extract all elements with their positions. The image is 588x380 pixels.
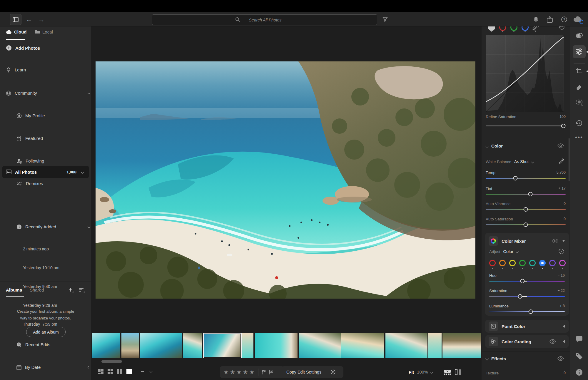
flag-reject-icon[interactable] — [269, 369, 274, 375]
slider-knob[interactable] — [513, 176, 517, 180]
back-button[interactable]: ← — [26, 16, 32, 24]
sidebar-toggle-button[interactable] — [10, 14, 21, 25]
chip-green[interactable] — [519, 260, 526, 266]
add-album-button[interactable]: Add an Album — [26, 327, 66, 337]
slider-knob[interactable] — [518, 294, 522, 299]
sidebar-item-learn[interactable]: Learn — [0, 64, 97, 76]
adjust-value[interactable]: Color — [503, 249, 514, 254]
chip-red[interactable] — [489, 260, 496, 266]
target-adjust-icon[interactable] — [558, 248, 564, 255]
sort-icon[interactable] — [141, 369, 146, 374]
filmstrip-toggle-icon[interactable] — [444, 369, 451, 375]
filmstrip-thumbnail[interactable] — [92, 333, 120, 358]
curve-channel-red[interactable] — [499, 26, 506, 31]
filmstrip-thumbnail[interactable] — [255, 333, 298, 358]
filmstrip-thumbnail[interactable] — [299, 333, 341, 358]
auto-vibrance-slider[interactable] — [486, 207, 566, 212]
zoom-level-value[interactable]: 100% — [417, 370, 428, 374]
chevron-down-icon[interactable] — [150, 370, 153, 373]
sidebar-item-remixes[interactable]: Remixes — [11, 178, 97, 189]
masking-icon[interactable] — [575, 98, 583, 106]
more-options-icon[interactable]: ••• — [575, 134, 583, 141]
eyedropper-icon[interactable] — [559, 158, 564, 164]
slider-knob[interactable] — [520, 279, 525, 283]
filmstrip-scrollbar[interactable] — [101, 360, 122, 363]
color-grading-panel[interactable]: Color Grading — [485, 335, 569, 348]
curve-channel-all[interactable] — [488, 26, 495, 31]
slider-knob[interactable] — [561, 124, 565, 128]
flag-pick-icon[interactable] — [261, 369, 266, 375]
forward-button[interactable]: → — [38, 16, 45, 24]
tab-local[interactable]: Local — [35, 29, 53, 34]
slider-track[interactable] — [489, 296, 565, 297]
chip-blue-selected[interactable] — [539, 260, 546, 266]
slider-knob[interactable] — [524, 207, 528, 212]
album-sort-icon[interactable] — [79, 287, 86, 293]
white-balance-value[interactable]: As Shot — [514, 159, 529, 164]
eye-icon[interactable] — [557, 356, 564, 361]
fit-button[interactable]: Fit — [409, 370, 414, 375]
chip-teal[interactable] — [529, 260, 536, 266]
view-columns-icon[interactable] — [117, 369, 123, 374]
tab-shared[interactable]: Shared — [30, 287, 44, 292]
panel-scrollbar[interactable] — [569, 138, 569, 181]
chip-purple[interactable] — [549, 260, 556, 266]
history-icon[interactable] — [575, 119, 583, 127]
notifications-bell-icon[interactable] — [533, 16, 539, 23]
presets-icon[interactable] — [575, 32, 583, 39]
tab-albums[interactable]: Albums — [6, 287, 22, 292]
curve-channel-green[interactable] — [510, 26, 517, 31]
filmstrip-thumbnail[interactable] — [428, 333, 442, 358]
chip-magenta[interactable] — [559, 260, 566, 266]
slider-track[interactable] — [486, 194, 566, 195]
effects-section-header[interactable]: Effects — [486, 356, 506, 361]
curve-channel-blue[interactable] — [522, 26, 529, 31]
slider-knob[interactable] — [529, 309, 533, 314]
slider-knob[interactable] — [528, 192, 533, 196]
slider-knob[interactable] — [524, 222, 528, 227]
auto-saturation-slider[interactable] — [486, 222, 566, 227]
add-album-icon[interactable] — [68, 287, 75, 293]
star-rating-4[interactable]: ★ — [242, 369, 249, 376]
slider-track[interactable] — [489, 311, 565, 312]
before-after-icon[interactable] — [454, 369, 461, 375]
chevron-down-icon[interactable] — [430, 371, 433, 374]
cloud-sync-icon[interactable] — [573, 16, 583, 24]
collapse-triangle-icon[interactable] — [562, 240, 565, 242]
crop-icon[interactable] — [576, 68, 583, 75]
targeted-adjustment-icon[interactable] — [532, 26, 540, 31]
temp-slider[interactable] — [486, 176, 566, 180]
eye-icon[interactable] — [557, 143, 564, 148]
chip-orange[interactable] — [499, 260, 506, 266]
filmstrip-thumbnail[interactable] — [183, 333, 202, 358]
share-icon[interactable] — [547, 16, 553, 23]
copy-edit-settings-button[interactable]: Copy Edit Settings — [282, 370, 326, 374]
chip-yellow[interactable] — [509, 260, 516, 266]
luminance-slider[interactable] — [489, 309, 565, 314]
filmstrip-thumbnail[interactable] — [442, 333, 481, 358]
point-color-panel[interactable]: Point Color — [485, 320, 569, 333]
sidebar-item-recently-added[interactable]: Recently Added — [11, 221, 97, 232]
search-input[interactable] — [152, 15, 378, 25]
tone-curve-panel[interactable] — [486, 35, 564, 112]
filmstrip-thumbnail[interactable] — [385, 333, 427, 358]
view-mosaic-icon[interactable] — [98, 369, 104, 374]
star-rating-5[interactable]: ★ — [249, 369, 255, 376]
healing-icon[interactable] — [575, 83, 583, 91]
filter-icon[interactable] — [382, 16, 388, 22]
keyword-tag-icon[interactable] — [575, 353, 583, 360]
view-single-icon[interactable] — [126, 369, 132, 374]
filmstrip-thumbnail[interactable] — [121, 333, 139, 358]
filmstrip-thumbnail-selected[interactable] — [203, 333, 242, 358]
slider-track[interactable] — [486, 178, 566, 179]
filmstrip-thumbnail[interactable] — [341, 333, 384, 358]
star-rating-1[interactable]: ★ — [223, 369, 229, 376]
eye-icon[interactable] — [552, 239, 559, 243]
hue-slider[interactable] — [489, 279, 565, 283]
tab-cloud[interactable]: Cloud — [6, 29, 27, 34]
view-grid-icon[interactable] — [107, 369, 113, 374]
filmstrip-thumbnail[interactable] — [242, 333, 253, 358]
settings-gear-icon[interactable] — [330, 369, 336, 375]
star-rating-2[interactable]: ★ — [229, 369, 236, 376]
comments-icon[interactable] — [575, 336, 583, 343]
